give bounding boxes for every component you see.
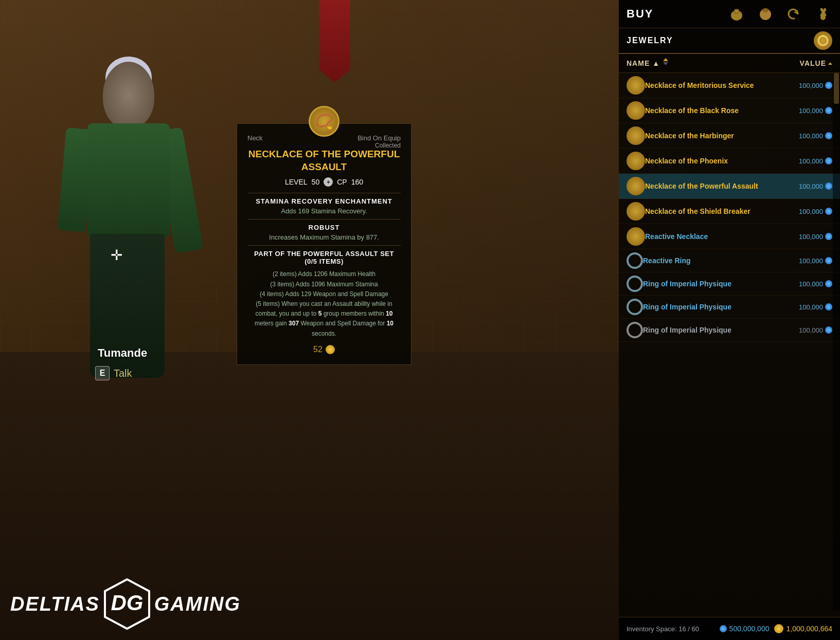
pouch-icon-button[interactable]	[756, 5, 775, 23]
cp-label: CP	[337, 178, 347, 186]
list-item[interactable]: Necklace of the Phoenix100,000	[619, 149, 840, 174]
item-name-label: Necklace of the Phoenix	[645, 157, 783, 165]
coin-icon	[825, 157, 832, 164]
item-tooltip: 📿 Neck Bind On Equip Collected NECKLACE …	[237, 123, 412, 365]
list-item[interactable]: Ring of Imperial Physique100,000	[619, 296, 840, 319]
list-item[interactable]: Necklace of the Shield Breaker100,000	[619, 199, 840, 224]
shop-toolbar: BUY	[619, 0, 840, 28]
item-value-display: 100,000	[783, 303, 832, 311]
necklace-icon	[627, 76, 645, 95]
item-value-display: 100,000	[783, 326, 832, 334]
item-value-display: 100,000	[783, 280, 832, 288]
coin-icon	[825, 280, 832, 287]
list-item[interactable]: Reactive Necklace100,000	[619, 224, 840, 249]
item-name-label: Necklace of the Harbinger	[645, 132, 783, 140]
value-column-header[interactable]: VALUE	[776, 59, 832, 67]
currency-display-1: 500,000,000	[720, 625, 770, 633]
logo-deltias-text: DELTIAS	[10, 593, 100, 615]
necklace-icon	[627, 101, 645, 120]
ring-icon	[627, 276, 643, 292]
item-name-label: Necklace of the Powerful Assault	[645, 182, 783, 190]
coin-icon	[825, 182, 832, 190]
set-bonus-4: (4 items) Adds 129 Weapon and Spell Dama…	[247, 289, 401, 299]
price-value: 52	[313, 345, 323, 354]
gold-coin-icon	[326, 345, 335, 354]
item-name-label: Ring of Imperial Physique	[643, 303, 783, 311]
scrollbar-track[interactable]	[833, 73, 840, 610]
item-list-container: Necklace of Meritorious Service100,000Ne…	[619, 73, 840, 610]
cp-icon: ✦	[324, 177, 333, 187]
character: ✛ Tumande E Talk	[15, 31, 231, 493]
inventory-space-text: Inventory Space: 16 / 60	[627, 625, 714, 633]
item-name-label: Reactive Ring	[643, 257, 783, 265]
list-item[interactable]: Necklace of the Harbinger100,000	[619, 123, 840, 149]
status-bar: Inventory Space: 16 / 60 500,000,000 1,0…	[619, 617, 840, 640]
character-body	[77, 62, 180, 370]
item-value-display: 100,000	[783, 208, 832, 215]
shop-panel: BUY	[619, 0, 840, 640]
set-bonus-2: (2 items) Adds 1206 Maximum Health	[247, 269, 401, 279]
item-value-display: 100,000	[783, 132, 832, 140]
return-icon-button[interactable]	[785, 5, 803, 23]
banner-decoration	[319, 0, 350, 82]
item-list: Necklace of Meritorious Service100,000Ne…	[619, 73, 840, 342]
tools-icon-button[interactable]	[814, 5, 832, 23]
scrollbar-thumb[interactable]	[834, 73, 839, 104]
coin-icon	[825, 326, 832, 334]
char-head	[103, 62, 154, 129]
svg-point-12	[818, 36, 828, 45]
crosshair-icon: ✛	[111, 247, 126, 262]
set-bonus-5: (5 items) When you cast an Assault abili…	[247, 299, 401, 339]
trait-desc: Increases Maximum Stamina by 877.	[247, 233, 401, 241]
item-name-label: Necklace of Meritorious Service	[645, 81, 783, 89]
sort-down-arrow	[663, 62, 668, 65]
item-name-label: Reactive Necklace	[645, 232, 783, 241]
set-title: PART OF THE POWERFUL ASSAULT SET (0/5 IT…	[247, 250, 401, 265]
shop-title: BUY	[627, 7, 653, 21]
ring-icon	[627, 322, 643, 338]
jewelry-category-icon[interactable]	[814, 31, 832, 50]
list-item[interactable]: Necklace of the Powerful Assault100,000	[619, 174, 840, 199]
shop-table-header: NAME ▲ VALUE	[619, 54, 840, 73]
logo-gaming-text: GAMING	[154, 593, 241, 615]
list-item[interactable]: Necklace of Meritorious Service100,000	[619, 73, 840, 98]
shop-category-bar: JEWELRY	[619, 28, 840, 54]
value-sort-icon	[828, 62, 832, 65]
currency-display-2: 1,000,000,664	[774, 624, 832, 633]
name-column-header[interactable]: NAME ▲	[627, 58, 776, 68]
item-value-display: 100,000	[783, 107, 832, 115]
deltias-logo: DELTIAS DG GAMING	[10, 578, 241, 630]
item-name: NECKLACE OF THE POWERFUL ASSAULT	[247, 148, 401, 173]
list-item[interactable]: Ring of Imperial Physique100,000	[619, 272, 840, 296]
item-name-label: Necklace of the Black Rose	[645, 106, 783, 115]
item-value-display: 100,000	[783, 182, 832, 190]
necklace-icon	[627, 126, 645, 145]
list-item[interactable]: Necklace of the Black Rose100,000	[619, 98, 840, 123]
ring-icon	[627, 252, 643, 269]
ring-icon	[627, 299, 643, 315]
item-name-label: Ring of Imperial Physique	[643, 280, 783, 288]
character-talk-prompt[interactable]: E Talk	[95, 366, 132, 380]
name-header-label: NAME	[627, 59, 650, 67]
list-item[interactable]: Ring of Imperial Physique100,000	[619, 319, 840, 342]
enchant-title: STAMINA RECOVERY ENCHANTMENT	[247, 197, 401, 205]
list-item[interactable]: Reactive Ring100,000	[619, 249, 840, 272]
level-label: LEVEL	[285, 178, 308, 186]
logo-dg-icon: DG	[104, 578, 150, 630]
divider-2	[247, 219, 401, 220]
necklace-icon	[627, 202, 645, 221]
item-level-info: LEVEL 50 ✦ CP 160	[247, 177, 401, 187]
necklace-icon	[627, 227, 645, 246]
sort-arrows	[663, 58, 669, 68]
svg-text:DG: DG	[111, 591, 143, 615]
item-name-label: Necklace of the Shield Breaker	[645, 207, 783, 215]
value-header-label: VALUE	[800, 59, 826, 67]
coin-icon	[825, 233, 832, 240]
set-bonus-3: (3 items) Adds 1096 Maximum Stamina	[247, 280, 401, 289]
bag-icon-button[interactable]	[727, 5, 746, 23]
bind-text: Bind On Equip	[358, 134, 401, 142]
svg-point-13	[822, 35, 824, 37]
divider-3	[247, 245, 401, 246]
talk-label: Talk	[114, 368, 132, 379]
coin-icon	[825, 257, 832, 264]
